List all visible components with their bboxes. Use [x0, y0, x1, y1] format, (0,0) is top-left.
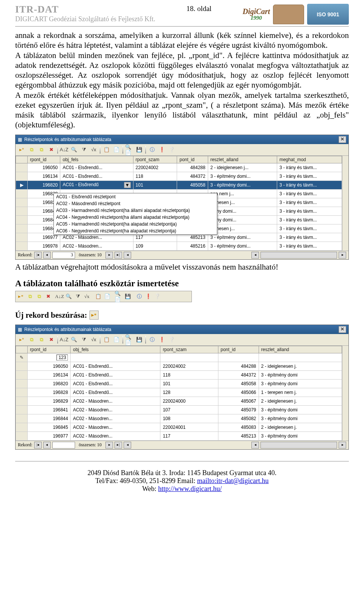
table-row[interactable]: 196978AC02 - Másodren...1094852163 - épí… [16, 242, 342, 250]
table-row[interactable]: 196050AC01 - Elsőrendű...220024002484288… [16, 163, 342, 172]
nav2-prev2-button[interactable]: ◂ [124, 442, 131, 449]
col-rpont-szam[interactable]: rpont_szam [133, 156, 177, 163]
col-obj-fels[interactable]: obj_fels [60, 156, 133, 163]
sort-button[interactable]: A↓Z [60, 145, 69, 154]
demo-info-button[interactable]: ⓘ [135, 292, 144, 301]
t2-copy-button[interactable]: 📋 [102, 335, 111, 344]
footer-web-link[interactable]: http://www.digicart.hu/ [158, 485, 222, 493]
footer-email-link[interactable]: mailto:itr-dat@digicart.hu [197, 477, 269, 485]
copy-button[interactable]: 📋 [102, 145, 111, 154]
hscroll-track[interactable] [260, 252, 337, 259]
table1-titlebar[interactable]: ▦ Részletpontok és attribútumainak táblá… [16, 135, 348, 144]
hscroll2-track[interactable] [260, 442, 337, 449]
t2-btn-3[interactable]: ⧉ [37, 335, 46, 344]
close-button[interactable]: ✕ [339, 136, 346, 143]
table-row[interactable]: 196134AC01 - Elsőrendű...1184843723 - ép… [16, 172, 342, 180]
t2-expr-button[interactable]: √x [89, 335, 98, 344]
help-button[interactable]: ❔ [167, 145, 176, 154]
hscroll-left[interactable]: ◂ [251, 252, 259, 259]
demo-filter-button[interactable]: ⧩ [73, 292, 82, 301]
demo-help-button[interactable]: ❔ [153, 292, 162, 301]
t2-btn-2[interactable]: ⧉ [27, 335, 36, 344]
demo-warn-button[interactable]: ❗ [144, 292, 153, 301]
demo-find-button[interactable]: 🔍 [64, 292, 73, 301]
dropdown-item[interactable]: AC03 - Harmadrendű részletpont(ha állami… [54, 207, 217, 214]
t2-col-reszlet-alland[interactable]: reszlet_alland [259, 346, 342, 353]
table-row[interactable]: 196841AC02 - Másodren...1074850793 - épí… [16, 405, 342, 414]
t2-save-button[interactable]: 💾 [135, 335, 144, 344]
t2-col-pont-id[interactable]: pont_id [218, 346, 259, 353]
table-row[interactable]: ▶196820AC01 - Elsőrendű ▼1014850583 - ép… [16, 180, 342, 189]
dropdown-item[interactable]: AC06 - Negyedrendű részletpont(ha alapad… [54, 227, 217, 234]
new-record-button[interactable]: ▸* [17, 145, 26, 154]
t2-col-rpont-szam[interactable]: rpont_szam [160, 346, 218, 353]
col-rpont-id[interactable]: rpont_id [28, 156, 60, 163]
nav2-current-input[interactable] [52, 442, 75, 449]
table-row[interactable]: 196820AC01 - Elsőrendű...1014850583 - ép… [16, 379, 342, 388]
close-button-2[interactable]: ✕ [339, 326, 346, 333]
dropdown-item[interactable]: AC01 - Elsőrendű részletpont [54, 193, 217, 200]
t2-preview-button[interactable]: 🔍📄 [125, 335, 134, 344]
preview-button[interactable]: 🔍📄 [125, 145, 134, 154]
nav2-prev-button[interactable]: ◂ [43, 442, 51, 449]
nav2-last-button[interactable]: ▸| [115, 442, 122, 449]
tool-btn-3[interactable]: ⧉ [37, 145, 46, 154]
t2-warn-button[interactable]: ❗ [157, 335, 166, 344]
demo-expr-button[interactable]: √x [82, 292, 91, 301]
t2-info-button[interactable]: ⓘ [147, 335, 157, 344]
col-pont-id[interactable]: pont_id [177, 156, 208, 163]
demo-sort-button[interactable]: A↓Z [55, 292, 64, 301]
nav2-first-button[interactable]: |◂ [34, 442, 42, 449]
table2-new-row[interactable]: ✎ 123 [16, 353, 342, 362]
table2-grid[interactable]: rpont_id obj_fels rpont_szam pont_id res… [16, 346, 342, 441]
nav2-next-button[interactable]: ▸ [105, 442, 113, 449]
nav-next-button[interactable]: ▸ [105, 252, 113, 259]
t2-col-rpont-id[interactable]: rpont_id [28, 346, 71, 353]
t2-filter-button[interactable]: ⧩ [79, 335, 88, 344]
expr-button[interactable]: √x [89, 145, 98, 154]
t2-help-button[interactable]: ❔ [167, 335, 176, 344]
table2-header-row[interactable]: rpont_id obj_fels rpont_szam pont_id res… [16, 346, 342, 353]
hscroll2-left[interactable]: ◂ [251, 442, 259, 449]
table-row[interactable]: 196844AC02 - Másodren...1084850823 - épí… [16, 414, 342, 423]
vertical-scrollbar[interactable] [342, 156, 348, 251]
t2-find-button[interactable]: 🔍 [69, 335, 78, 344]
demo-page-button[interactable]: 📄 [103, 292, 112, 301]
hscroll2-right[interactable]: ▸ [339, 442, 346, 449]
table1-header-row[interactable]: rpont_id obj_fels rpont_szam pont_id res… [16, 156, 342, 163]
save-button[interactable]: 💾 [135, 145, 144, 154]
demo-btn-2[interactable]: ⧉ [25, 292, 35, 301]
table-row[interactable]: 196050AC01 - Elsőrendű...220024002484288… [16, 362, 342, 370]
table-row[interactable]: 196134AC01 - Elsőrendű...1184843723 - ép… [16, 370, 342, 379]
vertical-scrollbar-2[interactable] [342, 346, 348, 441]
demo-save-button[interactable]: 💾 [123, 292, 132, 301]
new-rpont-id-cell[interactable]: 123 [28, 353, 71, 362]
hscroll-right[interactable]: ▸ [339, 252, 346, 259]
warn-button[interactable]: ❗ [157, 145, 166, 154]
demo-btn-3[interactable]: ⧉ [35, 292, 44, 301]
table2-titlebar[interactable]: ▦ Részletpontok és attribútumainak táblá… [16, 325, 348, 334]
t2-page-button[interactable]: 📄 [112, 335, 121, 344]
filter-button[interactable]: ⧩ [79, 145, 88, 154]
info-button[interactable]: ⓘ [147, 145, 157, 154]
demo-delete-button[interactable]: ✖ [44, 292, 53, 301]
t2-sort-button[interactable]: A↓Z [60, 335, 69, 344]
tool-btn-2[interactable]: ⧉ [27, 145, 36, 154]
obj-fels-dropdown[interactable]: AC01 - Elsőrendű részletpontAC02 - Másod… [53, 193, 217, 235]
t2-delete-button[interactable]: ✖ [47, 335, 56, 344]
delete-button[interactable]: ✖ [47, 145, 56, 154]
dropdown-item[interactable]: AC04 - Negyedrendű részletpont(ha állami… [54, 214, 217, 221]
table-row[interactable]: 196829AC02 - Másodren...2200240004850672… [16, 397, 342, 405]
nav-prev-button[interactable]: ◂ [43, 252, 51, 259]
nav-last-button[interactable]: ▸| [115, 252, 122, 259]
t2-col-obj-fels[interactable]: obj_fels [71, 346, 160, 353]
demo-copy-button[interactable]: 📋 [94, 292, 103, 301]
table-row[interactable]: 196977AC02 - Másodren...1174852133 - épí… [16, 431, 342, 440]
dropdown-item[interactable]: AC02 - Másodrendű részletpont [54, 200, 217, 207]
nav-first-button[interactable]: |◂ [34, 252, 42, 259]
demo-preview-button[interactable]: 🔍📄 [114, 292, 123, 301]
find-button[interactable]: 🔍 [69, 145, 78, 154]
table-row[interactable]: 196845AC02 - Másodren...2200240014850832… [16, 423, 342, 431]
page-button[interactable]: 📄 [112, 145, 121, 154]
nav-current-input[interactable] [52, 252, 75, 259]
